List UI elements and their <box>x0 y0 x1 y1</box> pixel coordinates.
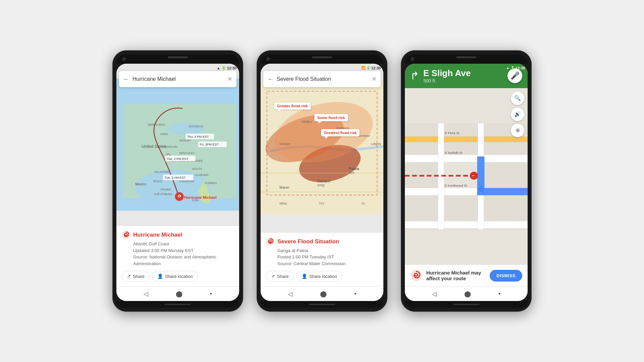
phone-3-nav: ◁ ⬤ ▪ <box>405 286 528 301</box>
phone-3-chin <box>405 301 528 308</box>
back-arrow-icon-1[interactable]: ← <box>123 76 129 83</box>
card-subtitle-1: Atlantic Gulf Coast Updated 3:00 PM Mond… <box>133 241 234 267</box>
card-actions-1: ↗ Share 👤 Share location <box>122 271 234 282</box>
alert-hurricane-icon <box>410 269 422 282</box>
svg-text:Sonepur: Sonepur <box>358 134 370 137</box>
phone-2-chin <box>261 301 383 308</box>
svg-text:Tue, 3 AM EST: Tue, 3 AM EST <box>165 176 186 179</box>
nav-street-name: E Sligh Ave <box>423 68 507 78</box>
home-nav-icon-3[interactable]: ⬤ <box>464 290 471 298</box>
signal-icon-2: 📶 <box>361 66 365 70</box>
search-text-1: Hurricane Michael <box>132 76 224 82</box>
share-icon-2: ↗ <box>271 274 275 279</box>
svg-text:−: − <box>472 173 475 178</box>
microphone-icon: 🎤 <box>511 71 520 80</box>
svg-rect-66 <box>405 221 528 228</box>
svg-text:FLORIDA: FLORIDA <box>205 181 217 185</box>
person-icon-1: 👤 <box>157 274 163 279</box>
search-bar-1[interactable]: ← Hurricane Michael ✕ <box>119 71 236 87</box>
flood-icon <box>266 237 275 246</box>
svg-text:MICHIGAN: MICHIGAN <box>189 125 203 128</box>
search-bar-2[interactable]: ← Severe Flood Situation ✕ <box>263 71 381 87</box>
svg-text:LOUISIANA: LOUISIANA <box>179 180 195 183</box>
svg-text:NEBRASKA: NEBRASKA <box>148 123 165 126</box>
nav-map: − E Flora St E Norfolk St E Knollwood St… <box>405 88 528 264</box>
audio-button[interactable]: 🔊 <box>511 108 524 121</box>
hurricane-info-card: Hurricane Michael Atlantic Gulf Coast Up… <box>116 226 239 286</box>
svg-rect-64 <box>405 155 528 162</box>
card-title-1: Hurricane Michael <box>133 232 182 238</box>
status-bar-2: 📶 🔋 12:30 <box>359 64 383 71</box>
dismiss-button[interactable]: DISMISS <box>490 270 522 282</box>
svg-text:722: 722 <box>319 202 324 205</box>
svg-text:Gulf of Mexico: Gulf of Mexico <box>154 192 172 196</box>
svg-text:ALABAMA: ALABAMA <box>195 173 209 177</box>
nav-street-info: E Sligh Ave 500 ft <box>423 68 507 83</box>
share-button-1[interactable]: ↗ Share <box>122 271 150 282</box>
back-nav-icon-3[interactable]: ◁ <box>432 290 437 298</box>
svg-text:INDIANA: INDIANA <box>179 139 191 142</box>
us-map-svg: ⟳ United States Mexico NEBRASKA IOWA MIC… <box>116 64 239 226</box>
svg-text:Mexico: Mexico <box>135 183 146 186</box>
speaker-3 <box>456 56 476 58</box>
recents-nav-icon-3[interactable]: ▪ <box>498 290 500 297</box>
search-icon-3: 🔍 <box>514 95 521 101</box>
svg-text:⟳: ⟳ <box>178 194 182 199</box>
audio-icon: 🔊 <box>514 111 521 117</box>
share-icon-1: ↗ <box>127 274 131 279</box>
signal-icon-3: ▲ <box>506 66 509 70</box>
back-nav-icon-1[interactable]: ◁ <box>144 290 148 298</box>
battery-icon-3: 🔋 <box>511 66 515 70</box>
svg-text:Houston: Houston <box>160 188 171 191</box>
share-location-button-1[interactable]: 👤 Share location <box>152 271 198 282</box>
add-stop-icon: ⊕ <box>516 127 520 133</box>
nav-distance: 500 ft <box>423 78 507 83</box>
battery-icon-2: 🔋 <box>366 66 370 70</box>
svg-text:MISSOURI: MISSOURI <box>164 145 178 148</box>
status-bar-3: ▲ 🔋 12:30 <box>503 64 528 71</box>
home-nav-icon-2[interactable]: ⬤ <box>320 290 327 298</box>
svg-text:Fri, 3PM EST: Fri, 3PM EST <box>200 143 219 146</box>
phone-1-map: ⟳ United States Mexico NEBRASKA IOWA MIC… <box>116 64 239 226</box>
hurricane-alert-card: Hurricane Michael may affect your route … <box>405 264 528 286</box>
time-1: 12:30 <box>227 66 236 70</box>
svg-text:Sitalpur: Sitalpur <box>302 120 312 123</box>
back-nav-icon-2[interactable]: ◁ <box>288 290 292 298</box>
alert-text: Hurricane Michael may affect your route <box>426 270 486 281</box>
nav-side-buttons: 🔍 🔊 ⊕ <box>511 92 524 137</box>
svg-text:E Flora St: E Flora St <box>445 131 460 134</box>
svg-text:31: 31 <box>361 202 365 205</box>
svg-text:Maner: Maner <box>279 186 289 189</box>
nav-map-bg: − E Flora St E Norfolk St E Knollwood St… <box>405 88 528 264</box>
signal-icon: ▲ <box>217 66 220 70</box>
close-icon-2[interactable]: ✕ <box>372 75 377 83</box>
add-stop-button[interactable]: ⊕ <box>511 124 524 137</box>
svg-text:Thu, 3 PM EST: Thu, 3 PM EST <box>187 135 209 138</box>
recents-nav-icon-1[interactable]: ▪ <box>210 290 212 297</box>
chin-bar-2 <box>309 304 335 305</box>
share-location-button-2[interactable]: 👤 Share location <box>297 271 342 282</box>
greater-flood-label: Greater flood risk <box>274 102 311 110</box>
phone-2-nav: ◁ ⬤ ▪ <box>261 286 383 301</box>
greatest-flood-label: Greatest flood risk <box>321 129 360 136</box>
flood-info-card: Severe Flood Situation Ganga at Patna Po… <box>261 232 383 287</box>
search-button-3[interactable]: 🔍 <box>511 92 524 105</box>
home-nav-icon-1[interactable]: ⬤ <box>176 290 182 298</box>
phone-1-chin <box>116 301 239 308</box>
back-arrow-icon-2[interactable]: ← <box>267 76 273 83</box>
share-button-2[interactable]: ↗ Share <box>266 271 294 282</box>
recents-nav-icon-2[interactable]: ▪ <box>354 290 356 297</box>
person-icon-2: 👤 <box>302 274 307 279</box>
svg-text:SOUTH: SOUTH <box>192 167 202 171</box>
svg-text:KENTUCKY: KENTUCKY <box>179 152 195 155</box>
phone-1: ▲ 🔋 12:30 <box>112 50 243 312</box>
phone-3: ▲ 🔋 12:30 ↱ E Sligh Ave 500 ft 🎤 <box>401 50 532 312</box>
time-2: 12:30 <box>371 66 381 70</box>
phone-3-screen: ▲ 🔋 12:30 ↱ E Sligh Ave 500 ft 🎤 <box>405 64 528 301</box>
front-camera-2 <box>267 57 270 61</box>
svg-text:Ganges: Ganges <box>279 142 290 145</box>
turn-arrow-icon: ↱ <box>410 69 419 82</box>
chin-bar-1 <box>164 304 191 305</box>
svg-text:TEXAS: TEXAS <box>153 180 162 183</box>
close-icon-1[interactable]: ✕ <box>227 75 232 83</box>
